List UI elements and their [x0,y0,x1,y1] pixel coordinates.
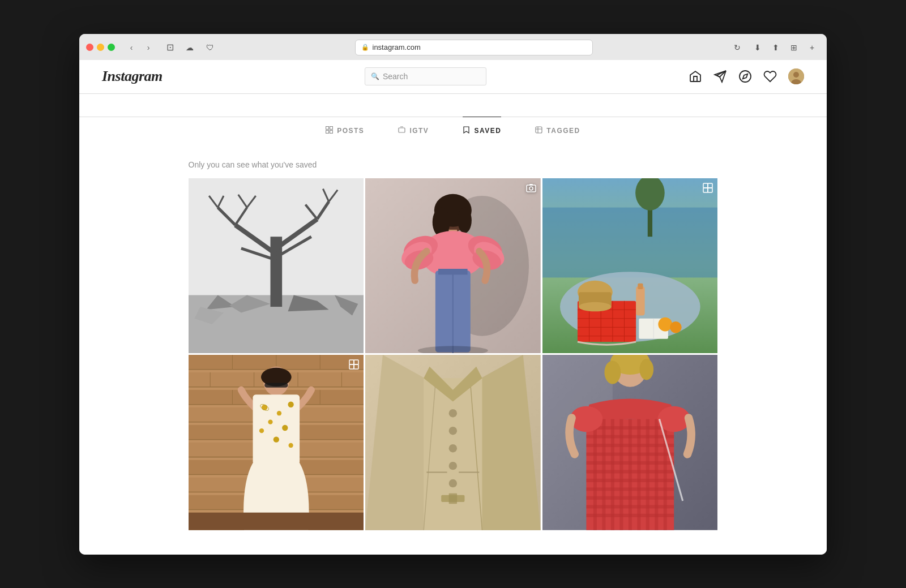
lock-icon: 🔒 [361,44,369,51]
posts-icon [326,126,333,135]
photo-grid [189,178,718,530]
saved-notice: Only you can see what you've saved [189,144,718,178]
svg-rect-8 [326,130,329,133]
svg-rect-53 [438,268,468,274]
svg-rect-144 [459,472,479,473]
browser-chrome: ‹ › ⊡ ☁ 🛡 🔒 instagram.com ↻ ⬇ ⬆ ⊞ [79,34,827,60]
svg-point-56 [529,187,533,190]
maximize-button[interactable] [108,44,115,51]
svg-rect-55 [527,185,536,192]
svg-rect-131 [349,364,354,369]
search-container: 🔍 Search [163,67,689,85]
forward-button[interactable]: › [141,41,156,54]
cloud-button[interactable]: ☁ [182,40,198,55]
svg-point-151 [604,360,621,384]
minimize-button[interactable] [97,44,104,51]
svg-point-4 [793,72,799,78]
svg-rect-11 [536,127,542,133]
profile-avatar[interactable] [788,68,804,84]
igtv-icon [398,126,405,135]
activity-icon[interactable] [763,70,777,83]
svg-rect-129 [349,360,354,364]
svg-rect-117 [264,383,288,388]
svg-point-136 [449,409,457,417]
svg-rect-143 [427,472,447,473]
svg-point-119 [262,405,267,410]
tab-saved[interactable]: SAVED [463,117,501,144]
svg-rect-7 [330,126,333,129]
grid-item-3[interactable] [542,178,718,354]
grid-item-2[interactable] [365,178,541,354]
nav-icons [689,68,804,84]
search-placeholder: Search [383,72,408,81]
svg-point-120 [276,411,281,415]
tab-tagged-label: TAGGED [546,127,580,135]
browser-titlebar: ‹ › ⊡ ☁ 🛡 🔒 instagram.com ↻ ⬇ ⬆ ⊞ [86,40,820,55]
grid-item-4[interactable] [189,355,364,530]
carousel-icon [526,183,536,195]
profile-tabs: POSTS IGTV [79,117,827,144]
instagram-page: Instagram 🔍 Search [79,60,827,555]
plus-button[interactable]: + [804,40,820,55]
svg-rect-59 [542,207,718,277]
tab-posts[interactable]: POSTS [326,117,364,144]
traffic-lights [86,44,115,51]
svg-rect-130 [354,360,358,364]
svg-point-1 [740,71,751,82]
svg-point-140 [449,479,457,487]
svg-rect-10 [399,128,405,132]
back-button[interactable]: ‹ [124,41,139,54]
svg-point-139 [449,462,457,470]
address-bar-container: 🔒 instagram.com [223,40,725,55]
svg-point-80 [670,321,682,333]
svg-point-138 [449,444,457,452]
reload-button[interactable]: ↻ [729,40,745,55]
instagram-logo: Instagram [102,68,163,85]
ig-header: Instagram 🔍 Search [79,60,827,94]
svg-point-74 [579,302,612,311]
svg-point-125 [273,437,279,443]
multi-icon-2 [349,359,359,372]
svg-point-126 [288,443,293,448]
grid-item-1[interactable] [189,178,364,354]
svg-point-124 [259,428,263,433]
svg-rect-6 [326,126,329,129]
svg-point-152 [639,359,653,380]
svg-rect-132 [354,364,358,369]
direct-icon[interactable] [713,70,727,83]
toolbar-right: ⬇ ⬆ ⊞ + [750,40,820,55]
grid-item-5[interactable] [365,355,541,530]
browser-window: ‹ › ⊡ ☁ 🛡 🔒 instagram.com ↻ ⬇ ⬆ ⊞ [79,34,827,555]
explore-icon[interactable] [738,70,752,83]
multi-icon [703,183,713,195]
close-button[interactable] [86,44,93,51]
download-button[interactable]: ⬇ [750,40,766,55]
saved-icon [463,126,470,135]
sidebar-toggle-button[interactable]: ⊡ [163,41,177,54]
svg-point-42 [458,207,472,233]
address-bar[interactable]: 🔒 instagram.com [355,40,593,55]
svg-rect-76 [638,283,643,289]
new-tab-button[interactable]: ⊞ [786,40,802,55]
svg-marker-2 [743,74,747,79]
home-icon[interactable] [689,70,702,83]
svg-rect-82 [708,183,712,188]
search-bar[interactable]: 🔍 Search [365,67,486,85]
tab-posts-label: POSTS [337,127,364,135]
svg-point-123 [282,425,288,431]
svg-rect-84 [708,188,712,192]
svg-point-79 [658,317,672,331]
tab-saved-label: SAVED [474,127,501,135]
svg-point-121 [288,402,293,407]
tab-igtv[interactable]: IGTV [398,117,429,144]
svg-rect-128 [189,513,364,530]
grid-item-6[interactable] [542,355,718,530]
shield-button[interactable]: 🛡 [202,40,218,55]
search-icon: 🔍 [371,72,379,80]
tab-tagged[interactable]: TAGGED [535,117,580,144]
share-button[interactable]: ⬆ [768,40,784,55]
svg-rect-83 [703,188,708,192]
nav-buttons: ‹ › [124,41,156,54]
svg-point-122 [268,420,272,424]
url-text: instagram.com [373,43,421,51]
